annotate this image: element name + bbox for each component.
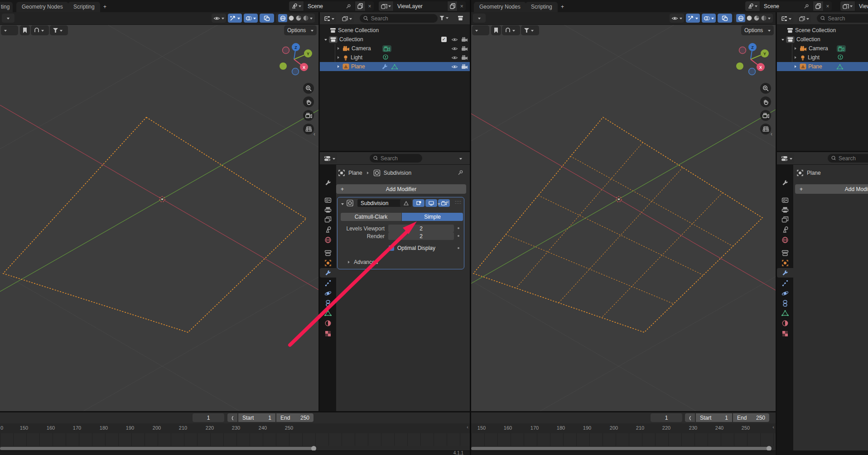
expand-chevron-icon[interactable] bbox=[338, 65, 341, 68]
filter-dropdown[interactable] bbox=[521, 25, 539, 35]
outliner-filter-id-dropdown[interactable] bbox=[340, 14, 354, 23]
toggle-orthographic-button[interactable] bbox=[760, 124, 771, 134]
options-dropdown[interactable]: Options bbox=[741, 25, 774, 35]
animate-decorator[interactable] bbox=[458, 247, 459, 249]
tab-material[interactable] bbox=[777, 318, 793, 328]
view-layer-browse-button[interactable] bbox=[379, 1, 393, 11]
tab-particles[interactable] bbox=[320, 278, 336, 288]
move-view-button[interactable] bbox=[303, 96, 314, 107]
zoom-tool-button[interactable] bbox=[760, 83, 771, 94]
tab-world[interactable] bbox=[320, 235, 336, 244]
gizmo-negative-y-ball[interactable] bbox=[736, 62, 743, 70]
camera-data-icon[interactable] bbox=[382, 45, 391, 52]
camera-view-button[interactable] bbox=[303, 110, 314, 121]
view-layer-copy-button[interactable] bbox=[448, 1, 458, 11]
properties-editor-type-dropdown[interactable] bbox=[322, 154, 337, 163]
object-visibility-button[interactable] bbox=[212, 14, 226, 23]
expand-chevron-icon[interactable] bbox=[795, 65, 798, 68]
outliner-search-input[interactable] bbox=[827, 15, 868, 22]
move-view-button[interactable] bbox=[760, 96, 771, 107]
gizmo-negative-y-ball[interactable] bbox=[280, 62, 287, 70]
tab-constraints[interactable] bbox=[777, 298, 793, 308]
gizmo-negative-x-ball[interactable] bbox=[283, 47, 289, 54]
tab-collection[interactable] bbox=[320, 248, 336, 258]
shading-material-button[interactable] bbox=[295, 15, 302, 21]
tab-material[interactable] bbox=[320, 318, 336, 328]
timeline-scrollbar[interactable] bbox=[0, 447, 315, 450]
tab-tool[interactable] bbox=[320, 178, 336, 187]
render-levels-field[interactable]: 2 bbox=[388, 232, 454, 240]
properties-editor-type-dropdown[interactable] bbox=[779, 154, 794, 163]
outliner-row-plane-selected[interactable]: Plane bbox=[777, 62, 868, 71]
outliner-display-mode-dropdown[interactable] bbox=[322, 14, 336, 23]
outliner-row-scene-collection[interactable]: Scene Collection bbox=[320, 26, 470, 35]
scene-copy-button[interactable] bbox=[355, 1, 365, 11]
tab-view-layer[interactable] bbox=[777, 215, 793, 224]
snapping-dropdown[interactable] bbox=[502, 25, 520, 35]
tab-scene[interactable] bbox=[777, 225, 793, 234]
timeline-scrollbar-handle[interactable] bbox=[311, 446, 316, 450]
region-collapse-arrow[interactable]: ‹ bbox=[467, 424, 468, 430]
tab-modifiers-active[interactable] bbox=[777, 268, 793, 278]
show-overlays-toggle[interactable] bbox=[244, 14, 258, 23]
expand-chevron-icon[interactable] bbox=[338, 47, 341, 50]
camera-view-button[interactable] bbox=[760, 110, 771, 121]
view-layer-name-field[interactable]: ViewLayer bbox=[394, 1, 447, 11]
tab-scene[interactable] bbox=[320, 225, 336, 234]
timeline-track[interactable] bbox=[0, 433, 470, 446]
filter-dropdown[interactable] bbox=[50, 25, 68, 35]
timeline-scrollbar-handle[interactable] bbox=[767, 446, 772, 450]
advanced-section-toggle[interactable]: Advanced bbox=[347, 259, 378, 265]
realtime-display-toggle[interactable] bbox=[425, 199, 437, 207]
shading-rendered-button[interactable] bbox=[303, 15, 309, 21]
zoom-tool-button[interactable] bbox=[303, 83, 314, 94]
add-modifier-button[interactable]: + Add Modifier bbox=[336, 184, 466, 194]
plane-wireframe-subdivided[interactable] bbox=[473, 117, 762, 332]
properties-search-input[interactable] bbox=[380, 155, 419, 162]
xray-toggle[interactable] bbox=[718, 14, 732, 23]
tab-collection[interactable] bbox=[777, 248, 793, 258]
collection-checkbox[interactable]: ✓ bbox=[441, 37, 447, 42]
gizmo-negative-z-ball[interactable] bbox=[749, 68, 756, 75]
object-visibility-button[interactable] bbox=[670, 14, 684, 23]
expand-chevron-icon[interactable] bbox=[781, 39, 784, 42]
modifier-close-button[interactable]: × bbox=[446, 199, 449, 206]
panel-collapse-chevron[interactable] bbox=[341, 203, 344, 206]
modifier-extras-chevron[interactable] bbox=[438, 203, 440, 206]
tab-view-layer[interactable] bbox=[320, 215, 336, 224]
tab-object[interactable] bbox=[777, 258, 793, 268]
tab-physics[interactable] bbox=[777, 288, 793, 298]
tab-output[interactable] bbox=[777, 205, 793, 215]
timeline-scrollbar[interactable] bbox=[471, 447, 770, 450]
navigation-gizmo[interactable]: Z Y X bbox=[280, 43, 312, 75]
animate-decorator[interactable] bbox=[458, 227, 459, 229]
light-data-icon[interactable] bbox=[837, 54, 844, 61]
bookmark-button[interactable] bbox=[491, 25, 501, 35]
toggle-orthographic-button[interactable] bbox=[303, 124, 314, 134]
sidebar-collapse-arrow[interactable]: ‹ bbox=[313, 131, 315, 137]
view-layer-remove-button[interactable]: × bbox=[458, 1, 466, 11]
workspace-tab-add-button[interactable]: + bbox=[98, 2, 112, 12]
tool-dropdown[interactable] bbox=[1, 25, 18, 35]
viewport-3d-scene[interactable]: Z Y X bbox=[471, 12, 776, 412]
outliner-row-camera[interactable]: Camera bbox=[777, 44, 868, 53]
light-data-icon[interactable] bbox=[382, 54, 389, 61]
tab-particles[interactable] bbox=[777, 278, 793, 288]
view-layer-browse-button[interactable] bbox=[840, 1, 855, 11]
workspace-tab-scripting[interactable]: Scripting bbox=[68, 2, 100, 12]
frame-start-field[interactable]: Start1 bbox=[238, 413, 275, 422]
current-frame-field[interactable]: 1 bbox=[651, 413, 682, 422]
workspace-tab-geometry-nodes[interactable]: Geometry Nodes bbox=[474, 2, 526, 12]
timeline-ruler[interactable]: 150 160 170 180 190 200 210 220 230 240 … bbox=[471, 423, 776, 433]
timeline-track[interactable] bbox=[471, 433, 776, 446]
scene-name-field[interactable]: Scene bbox=[760, 1, 813, 11]
viewport-3d[interactable]: Z Y X bbox=[0, 12, 318, 412]
camera-data-icon[interactable] bbox=[837, 45, 846, 52]
xray-toggle[interactable] bbox=[260, 14, 274, 23]
levels-viewport-field[interactable]: 2 bbox=[388, 225, 454, 232]
outliner-row-plane-selected[interactable]: Plane bbox=[320, 62, 470, 71]
pin-icon[interactable] bbox=[804, 4, 809, 9]
workspace-tab-add-button[interactable]: + bbox=[555, 2, 569, 12]
frame-end-field[interactable]: End250 bbox=[276, 413, 313, 422]
timeline-ruler[interactable]: 0 150 160 170 180 190 200 210 220 230 24… bbox=[0, 423, 470, 433]
